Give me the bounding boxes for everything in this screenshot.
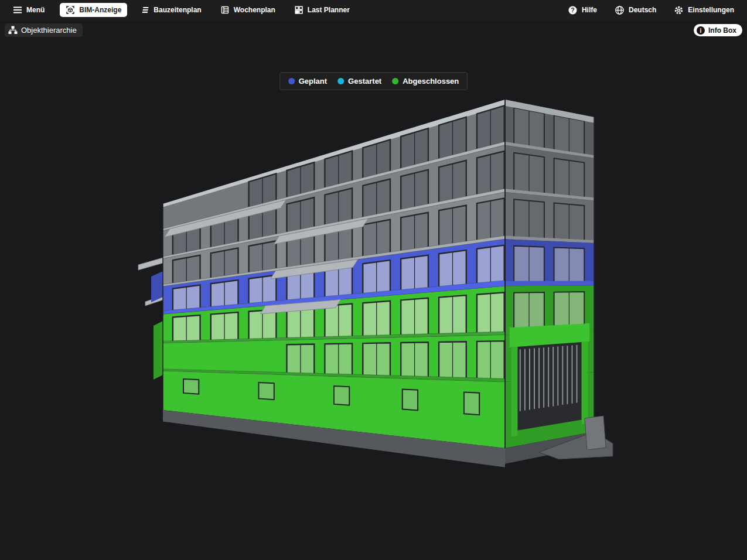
svg-text:i: i	[700, 27, 702, 33]
legend-item-geplant: Geplant	[288, 77, 327, 86]
settings-button[interactable]: Einstellungen	[668, 3, 740, 17]
settings-label: Einstellungen	[688, 6, 734, 14]
hierarchy-tree-icon	[8, 26, 18, 35]
tab-bauzeitenplan[interactable]: Bauzeitenplan	[134, 3, 207, 17]
legend-label-geplant: Geplant	[299, 77, 327, 86]
legend-item-abgeschlossen: Abgeschlossen	[392, 77, 459, 86]
svg-text:?: ?	[571, 6, 574, 13]
grid-icon	[294, 5, 303, 15]
legend-label-abgeschlossen: Abgeschlossen	[403, 77, 459, 86]
help-label: Hilfe	[582, 6, 597, 14]
object-hierarchy-button[interactable]: Objekthierarchie	[5, 23, 83, 37]
tab-bim-anzeige[interactable]: BIM-Anzeige	[60, 3, 127, 17]
menu-label: Menü	[26, 6, 45, 14]
info-icon: i	[696, 26, 705, 35]
gantt-lines-icon	[140, 5, 149, 15]
gear-icon	[674, 5, 684, 15]
legend-label-gestartet: Gestartet	[348, 77, 381, 86]
help-icon: ?	[568, 5, 578, 15]
help-button[interactable]: ? Hilfe	[562, 3, 603, 17]
bim-cube-icon	[66, 5, 75, 15]
info-box-button[interactable]: i Info Box	[694, 24, 742, 36]
tab-label: Bauzeitenplan	[154, 6, 201, 14]
tab-label: Last Planner	[308, 6, 350, 14]
info-box-label: Info Box	[708, 26, 736, 35]
hamburger-icon	[13, 6, 22, 14]
object-hierarchy-label: Objekthierarchie	[21, 26, 77, 35]
tab-wochenplan[interactable]: Wochenplan	[214, 3, 281, 17]
legend-dot-abgeschlossen	[392, 78, 398, 84]
language-label: Deutsch	[629, 6, 656, 14]
week-table-icon	[220, 5, 230, 15]
tab-last-planner[interactable]: Last Planner	[288, 3, 356, 17]
tab-label: Wochenplan	[234, 6, 275, 14]
legend-dot-gestartet	[337, 78, 344, 84]
legend-dot-geplant	[288, 78, 295, 84]
legend-item-gestartet: Gestartet	[337, 77, 381, 86]
menu-button[interactable]: Menü	[7, 3, 50, 17]
topbar: Menü BIM-Anzeige Bauzeitenplan	[0, 0, 747, 20]
status-legend: Geplant Gestartet Abgeschlossen	[279, 72, 468, 90]
tab-label: BIM-Anzeige	[79, 6, 121, 14]
globe-icon	[615, 5, 625, 15]
language-button[interactable]: Deutsch	[609, 3, 662, 17]
